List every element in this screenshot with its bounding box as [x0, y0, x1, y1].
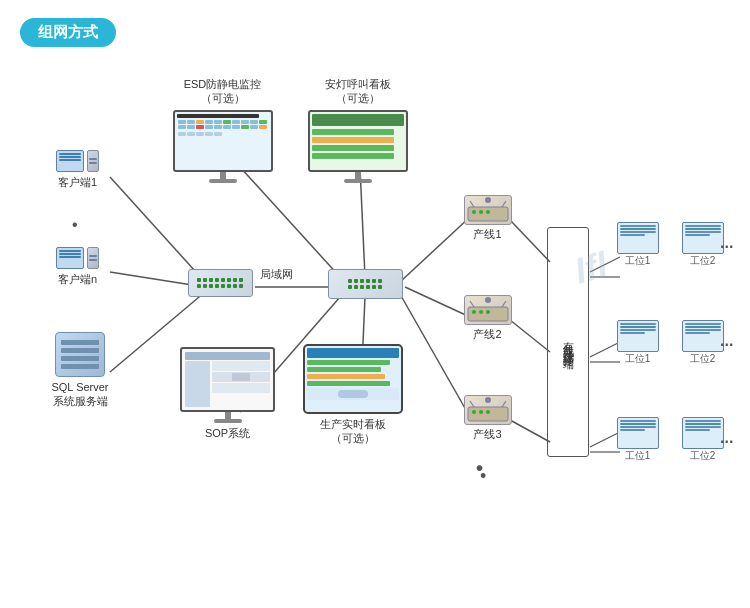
svg-point-30: [485, 297, 491, 303]
ws-l3-1-label: 工位1: [625, 449, 651, 462]
esd-screen: [173, 110, 273, 172]
line3-label: 产线3: [473, 427, 501, 441]
clientn-monitor: [56, 247, 84, 269]
svg-point-35: [486, 310, 490, 314]
left-switch-node: [185, 269, 255, 297]
router1: [464, 195, 512, 225]
router2-node: 产线2: [460, 295, 515, 341]
router2-icon: [466, 297, 510, 323]
sop-screen: [180, 347, 275, 412]
svg-point-42: [486, 410, 490, 414]
svg-line-12: [510, 320, 550, 352]
line1-label: 产线1: [473, 227, 501, 241]
dots-line3: ...: [720, 429, 733, 447]
server-label: SQL Server系统服务端: [51, 380, 108, 409]
dots-line1: ...: [720, 234, 733, 252]
client1-monitor: [56, 150, 84, 172]
svg-point-41: [479, 410, 483, 414]
svg-point-37: [485, 397, 491, 403]
svg-line-0: [110, 177, 205, 282]
ws-l1-1-label: 工位1: [625, 254, 651, 267]
svg-line-39: [502, 401, 506, 407]
svg-line-24: [470, 201, 474, 207]
router1-node: 产线1: [460, 195, 515, 241]
svg-line-31: [470, 301, 474, 307]
svg-line-5: [360, 167, 365, 277]
lan-label: 局域网: [260, 267, 293, 281]
ws-l3-2-label: 工位2: [690, 449, 716, 462]
clientn-tower: [87, 247, 99, 269]
lan-label-node: 局域网: [260, 267, 293, 281]
server-node: SQL Server系统服务端: [35, 332, 125, 409]
dashboard-screen: [303, 344, 403, 414]
esd-label: ESD防静电监控（可选）: [184, 77, 262, 106]
svg-line-13: [510, 420, 550, 442]
dashboard-node: 生产实时看板（可选）: [298, 344, 408, 446]
router1-icon: [466, 197, 510, 223]
svg-point-26: [472, 210, 476, 214]
ws-screen-l1-2: [682, 222, 724, 254]
ws-screen-l1-1: [617, 222, 659, 254]
client1-tower: [87, 150, 99, 172]
title-text: 组网方式: [38, 23, 98, 40]
svg-point-34: [479, 310, 483, 314]
svg-text:•: •: [72, 216, 78, 233]
diagram-area: • • ESD防静电监控（可选）: [20, 62, 730, 602]
ws-l2-2-label: 工位2: [690, 352, 716, 365]
client1-pc: [56, 150, 99, 172]
andon-screen: [308, 110, 408, 172]
ws-line1-pos1: 工位1: [610, 222, 665, 267]
svg-point-40: [472, 410, 476, 414]
svg-line-38: [470, 401, 474, 407]
left-switch: [188, 269, 253, 297]
clientn-pc: [56, 247, 99, 269]
svg-line-32: [502, 301, 506, 307]
dashboard-label: 生产实时看板（可选）: [320, 417, 386, 446]
dots-line2: ...: [720, 332, 733, 350]
line2-label: 产线2: [473, 327, 501, 341]
router3-node: 产线3: [460, 395, 515, 441]
dots-below-line3: •: [476, 457, 485, 480]
client1-node: 客户端1: [40, 150, 115, 189]
ws-screen-l2-2: [682, 320, 724, 352]
sop-node: SOP系统: [175, 347, 280, 440]
sop-label: SOP系统: [205, 426, 250, 440]
ws-line2-pos1: 工位1: [610, 320, 665, 365]
brace-box: 有线或无线连接终端: [547, 227, 589, 457]
esd-monitor-node: ESD防静电监控（可选）: [165, 77, 280, 183]
page-container: 组网方式: [0, 0, 750, 608]
router2: [464, 295, 512, 325]
server-box: [55, 332, 105, 377]
ws-l2-1-label: 工位1: [625, 352, 651, 365]
brace-label: 有线或无线连接终端: [561, 333, 576, 351]
ws-line3-pos1: 工位1: [610, 417, 665, 462]
svg-line-4: [240, 167, 340, 277]
svg-point-27: [479, 210, 483, 214]
clientn-label: 客户端n: [58, 272, 97, 286]
svg-line-25: [502, 201, 506, 207]
svg-point-23: [485, 197, 491, 203]
title-badge: 组网方式: [20, 18, 116, 47]
ws-screen-l2-1: [617, 320, 659, 352]
andon-board-node: 安灯呼叫看板（可选）: [300, 77, 415, 183]
svg-point-33: [472, 310, 476, 314]
andon-label: 安灯呼叫看板（可选）: [325, 77, 391, 106]
client1-label: 客户端1: [58, 175, 97, 189]
central-switch: [328, 269, 403, 299]
ws-screen-l3-1: [617, 417, 659, 449]
svg-line-11: [510, 220, 550, 262]
central-switch-node: [325, 269, 405, 299]
router3-icon: [466, 397, 510, 423]
clientn-node: 客户端n: [40, 247, 115, 286]
svg-point-28: [486, 210, 490, 214]
ws-l1-2-label: 工位2: [690, 254, 716, 267]
router3: [464, 395, 512, 425]
ws-screen-l3-2: [682, 417, 724, 449]
